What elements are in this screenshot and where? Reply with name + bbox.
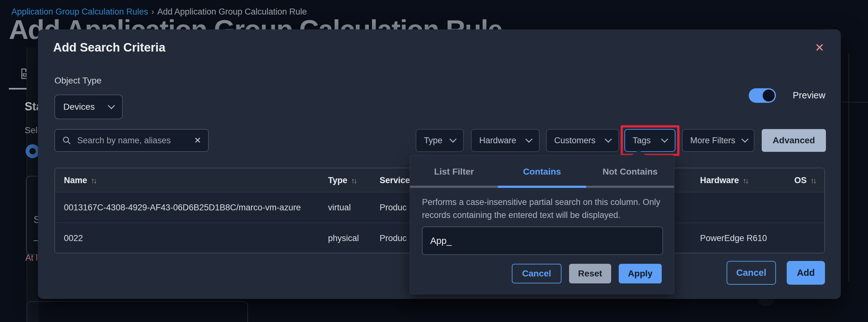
filter-dropdown-type[interactable]: Type [416, 129, 464, 152]
popover-cancel-button[interactable]: Cancel [512, 264, 561, 283]
chevron-down-icon [525, 136, 533, 143]
screen: Application Group Calculation Rules›Add … [0, 0, 868, 322]
sort-icon: ↑↓ [351, 176, 356, 184]
chevron-down-icon [108, 102, 115, 109]
advanced-button[interactable]: Advanced [762, 129, 826, 152]
description-line: records containing the entered text will… [422, 209, 669, 222]
add-search-criteria-modal: Add Search Criteria ✕ Object Type Device… [38, 29, 841, 299]
chevron-down-icon [741, 136, 748, 143]
column-header-type[interactable]: Type↑↓ [328, 175, 356, 185]
column-label: Name [64, 175, 87, 185]
search-icon [62, 136, 71, 145]
search-input[interactable] [77, 136, 188, 146]
column-header-name[interactable]: Name↑↓ [64, 175, 96, 185]
column-header-hardware[interactable]: Hardware↑↓ [700, 175, 748, 185]
clear-search-icon[interactable]: ✕ [194, 135, 201, 146]
popover-description: Performs a case-insensitive partial sear… [422, 196, 669, 221]
chevron-down-icon [450, 136, 457, 143]
cell-hardware: PowerEdge R610 [700, 233, 767, 243]
object-type-select[interactable]: Devices [54, 95, 123, 119]
background-divider-vertical [848, 54, 849, 282]
column-header-service[interactable]: Service↑↓ [380, 175, 412, 185]
filter-label: More Filters [690, 136, 736, 146]
column-label: Service [380, 175, 410, 185]
modal-add-button[interactable]: Add [787, 261, 825, 285]
sort-icon: ↑↓ [91, 176, 96, 184]
object-type-label: Object Type [54, 75, 101, 86]
filter-label: Customers [554, 136, 596, 146]
popover-caret [631, 150, 646, 156]
tab-list-filter[interactable]: List Filter [410, 155, 498, 188]
close-icon[interactable]: ✕ [815, 42, 824, 54]
object-type-value: Devices [63, 102, 95, 112]
filter-label: Tags [633, 136, 651, 146]
cell-type: physical [328, 233, 359, 243]
cell-name: 0022 [64, 233, 83, 243]
modal-title: Add Search Criteria [53, 41, 165, 55]
popover-apply-button[interactable]: Apply [619, 264, 662, 283]
background-divider-horizontal [841, 102, 868, 102]
cell-service: Produc [380, 203, 412, 213]
radio-button-selected[interactable] [26, 144, 39, 158]
sort-icon: ↑↓ [743, 176, 748, 184]
background-bottom-card [27, 301, 248, 322]
column-label: Type [328, 175, 347, 185]
tags-filter-popover: List Filter Contains Not Contains Perfor… [410, 155, 674, 294]
preview-label: Preview [793, 90, 825, 101]
modal-cancel-button[interactable]: Cancel [726, 261, 776, 285]
tab-track [410, 186, 674, 188]
toggle-knob [763, 90, 775, 101]
search-box: ✕ [54, 129, 209, 152]
chevron-down-icon [605, 136, 612, 143]
filter-dropdown-customers[interactable]: Customers [546, 129, 619, 152]
filter-dropdown-hardware[interactable]: Hardware [471, 129, 540, 152]
column-label: Hardware [700, 175, 739, 185]
column-header-os[interactable]: OS↑↓ [794, 175, 815, 185]
filter-label: Hardware [479, 136, 516, 146]
tab-not-contains[interactable]: Not Contains [586, 155, 674, 188]
cell-type: virtual [328, 203, 351, 213]
cell-name: 0013167C-4308-4929-AF43-06D6B25D1B8C/mar… [64, 203, 301, 213]
filter-label: Type [424, 136, 442, 146]
tab-contains[interactable]: Contains [498, 155, 586, 188]
popover-buttons: Cancel Reset Apply [512, 264, 662, 283]
column-label: OS [794, 175, 807, 185]
active-tab-underline [498, 186, 586, 188]
cell-service: Produc [380, 233, 412, 243]
filter-dropdown-tags[interactable]: Tags [624, 129, 675, 152]
contains-filter-input[interactable] [422, 226, 663, 255]
description-line: Performs a case-insensitive partial sear… [422, 196, 669, 209]
chevron-down-icon [661, 136, 669, 143]
sort-icon: ↑↓ [810, 176, 815, 184]
preview-toggle[interactable] [749, 88, 776, 103]
popover-reset-button[interactable]: Reset [569, 264, 611, 283]
popover-tabs: List Filter Contains Not Contains [410, 155, 674, 188]
filter-dropdown-more-filters[interactable]: More Filters [682, 129, 754, 152]
